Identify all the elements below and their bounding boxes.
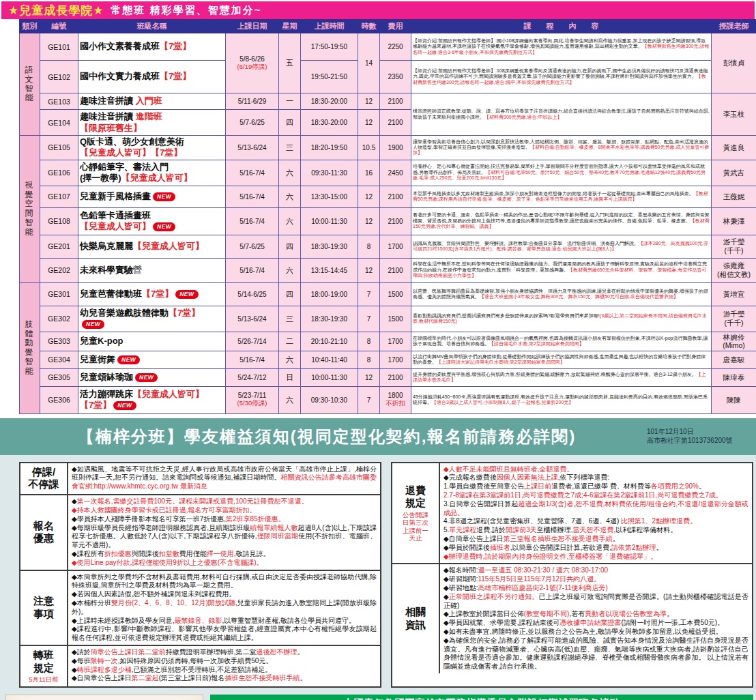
banner-subtitle: 常態班 精彩學習、智慧加分~ xyxy=(111,4,261,17)
category-cell: 視覺空間智能 xyxy=(20,136,40,283)
notice-label: 報名 優惠 xyxy=(20,495,68,569)
locations-title: 中國青年救國團高雄市團務指導委員會附設短期補習班各據點 xyxy=(210,695,753,700)
class-row: GE106心靜鉛筆字、書法入門 (擇一教學)【兒童成人皆可】5/16-7/4六0… xyxy=(20,160,756,186)
teacher-cell: 李玉枝 xyxy=(712,93,756,136)
notices-section: 停課/ 不停課◆如遇颱風、地震等不可抗拒之天災,經人事行政局或高雄市政府公佈當天… xyxy=(0,455,756,693)
teacher-cell: 唐嘉駿 xyxy=(712,351,756,368)
hours-cell: 12 xyxy=(358,110,380,136)
branch-locations: 中國青年救國團高雄市團務指導委員會附設短期補習班各據點 中國青年救國團高雄市團務… xyxy=(210,695,753,700)
class-id-cell: GE108 xyxy=(40,207,78,235)
hours-cell: 12 xyxy=(358,258,380,282)
notice-bullet: ◆請於簡章公告上課日第二堂前持繳費證明單辦理轉班,第二堂過後恕不辦理。 xyxy=(72,648,377,657)
class-name-cell: 國小作文素養養成班【7堂】 xyxy=(78,33,226,61)
class-row: 語文智能GE101國小作文素養養成班【7堂】5/8-6/26(6/19停課)五1… xyxy=(20,33,756,61)
class-name-cell: 兒童新手風格插畫NEW xyxy=(78,186,226,207)
date-cell: 5/14-6/25 xyxy=(226,282,279,306)
notice-bullet: ◆使用Line pay付款,課程僅能使用9折以上之優惠(不含電腦課)。 xyxy=(72,559,377,568)
class-name-cell: 兒童街舞NEW xyxy=(78,351,226,368)
weekday-cell: 一 xyxy=(279,93,301,110)
notice-section: 報名 優惠◆第一次報名,需繳交註冊費100元。課程未開課或退費,100元註冊費恕… xyxy=(20,494,380,569)
class-id-cell: GE306 xyxy=(40,386,78,413)
notice-section: 退費 規定公告開課 日第三次 上課前一 天止◆人數不足未能開班且無轉班者,全額退… xyxy=(392,463,752,564)
time-cell: 18:20-19:50 xyxy=(301,136,358,160)
class-id-cell: GE201 xyxy=(40,235,78,258)
notice-bullet: 2.7-8堂課在第3堂課前1日,尚可退費繳費之7成;4-6堂課在第2堂課前1日,… xyxy=(444,491,748,500)
hours-cell: 8 xyxy=(358,235,380,258)
time-cell: 10:00-11:30 xyxy=(301,207,358,235)
hours-cell: 8 xyxy=(358,351,380,368)
teacher-cell: 游千瑩 (千千) xyxy=(712,306,756,332)
course-content-cell: 喜歡動動跳跳的寶貝們,想嘗試讓寶貝們有多些肢體伸展的探索嗎?歡迎帶寶貝們來參加喔… xyxy=(411,306,712,332)
hours-cell: 12 xyxy=(358,207,380,235)
course-content-cell: 在韓國標準的時代,小朋友可以跟著偶像曲風唱跳合一的氣氛裡面,也因為接觸資訊讓小朋… xyxy=(411,332,712,351)
class-id-cell: GE302 xyxy=(40,306,78,332)
weekday-cell: 日 xyxy=(279,368,301,386)
course-content-cell: 本堂新手風格插畫以多元媒材繪製主題插畫,加深小朋友對繪畫過程想像力的開發,陪著孩… xyxy=(411,186,712,207)
notice-bullet: ◆研習地點:高雄市楠梓區慶昌街2-1號(7-11便利商店旁) xyxy=(444,584,748,593)
time-cell: 09:30-10:30 xyxy=(301,386,358,413)
class-row: 肢體動覺智能GE301兒童芭蕾律動班【7堂】NEW5/14-6/25四18:00… xyxy=(20,282,756,306)
column-header: 課 程 內 容 xyxy=(411,20,712,33)
column-header: 類別 xyxy=(20,20,40,33)
notice-bullet: ◆研習期間:115年5月5日至115年7月12日共約八週。 xyxy=(444,575,748,584)
notice-bullet: 1.學員自繳費後至簡章公告上課日前退費者,退還已繳學 費、材料費等各項費用之90… xyxy=(444,482,748,491)
table-header-row: 類別編號班級名稱上課日期星期上課時間時數費用課 程 內 容授課老師 xyxy=(20,20,756,33)
hours-cell: 10.5 xyxy=(358,136,380,160)
column-header: 上課日期 xyxy=(226,20,279,33)
weekday-cell: 六 xyxy=(279,386,301,413)
weekday-cell: 三 xyxy=(279,136,301,160)
notice-panel-left: 停課/ 不停課◆如遇颱風、地震等不可抗拒之天災,經人事行政局或高雄市政府公佈當天… xyxy=(19,462,381,688)
class-schedule-table: 類別編號班級名稱上課日期星期上課時間時數費用課 程 內 容授課老師 語文智能GE… xyxy=(19,19,756,414)
teacher-cell: 陳瑋泰 xyxy=(712,368,756,386)
class-name-cell: 快樂烏克麗麗【兒童成人皆可】 xyxy=(78,235,226,258)
course-content-cell: 45分鐘能消耗450~800卡,高強度彈跳有氧運動課程,有效提升孩子注意力,運動… xyxy=(411,386,712,413)
date-cell: 5/16-7/4 xyxy=(226,207,279,235)
date-cell: 5/7-6/25 xyxy=(226,110,279,136)
class-row: GE103趣味注音拼讀 入門班5/11-6/29一18:30-20:001221… xyxy=(20,93,756,110)
course-content-cell: 【師資介紹:前國語日報作文指導老師】:108課綱重視素養導向及溝通表達的能力,在… xyxy=(411,61,712,93)
column-header: 費用 xyxy=(380,20,411,33)
date-note: (5/30停課) xyxy=(227,399,277,408)
fee-cell: 2100 xyxy=(380,186,411,207)
class-row: GE304兒童街舞NEW5/16-7/4六10:40-11:4081700以流行… xyxy=(20,351,756,368)
fee-cell: 1700 xyxy=(380,351,411,368)
column-header: 星期 xyxy=(279,20,301,33)
class-id-cell: GE303 xyxy=(40,332,78,351)
notice-label: 注意 事項 xyxy=(20,571,68,645)
hours-cell: 7 xyxy=(358,282,380,306)
fee-cell: 1700 xyxy=(380,332,411,351)
course-content-cell: 看著許多可愛的卡通、漫畫、色鉛筆插畫⋯精美的作品,是否心動呢?不限年齡與基礎,從… xyxy=(411,207,712,235)
fee-cell: 2100 xyxy=(380,93,411,110)
new-badge: NEW xyxy=(82,320,104,329)
class-name-cell: 兒童K-pop xyxy=(78,332,226,351)
class-row: GE102國中作文實力養成班【7堂】19:50-21:502350【師資介紹:前… xyxy=(20,61,756,93)
fee-cell: 1800不折扣 xyxy=(380,386,411,413)
new-badge: NEW xyxy=(153,222,175,231)
notice-bullet: ◆報名時間:週一至週五 08:30-21:30 / 週六 08:30-17:00 xyxy=(444,566,748,575)
notice-section: 轉班 規定5月11日前◆請於簡章公告上課日第二堂前持繳費證明單辦理轉班,第二堂過… xyxy=(20,645,380,686)
course-content-cell: 構音證照師資正統教學,從聽、說、讀、寫各方位培養孩子注音拼讀能力,結合直接拼讀法… xyxy=(411,93,712,136)
weekday-cell: 四 xyxy=(279,110,301,136)
time-cell: 18:30-19:30 xyxy=(301,306,358,332)
weekday-cell: 六 xyxy=(279,207,301,235)
class-row: 視覺空間智能GE105Q版卡通、萌少女創意美術 【兒童成人皆可】【7堂】5/13… xyxy=(20,136,756,160)
weekday-cell: 二 xyxy=(279,332,301,351)
date-cell: 5/16-7/4 xyxy=(226,186,279,207)
fee-cell: 2100 xyxy=(380,110,411,136)
notice-bullet: ◆學員因就業、求學需要,課程結束後可憑收據申請結業證書(請附一吋照片一張,工本費… xyxy=(444,619,748,628)
weekday-cell: 六 xyxy=(279,258,301,282)
notice-bullet: ◆課程進行中,影響/中斷教師課程、影響其他學友學習權益者,經查證屬實,本中心有權… xyxy=(72,625,377,643)
notice-body: ◆本簡章所列之學費均不含材料及書籍費用,材料可自行採購,或自由決定是否委由授課老… xyxy=(68,571,380,645)
time-cell: 09:30-11:30 xyxy=(301,160,358,186)
notice-bullet: ◆人數不足未能開班且無轉班者,全額退費。 xyxy=(444,465,748,474)
rights-banner: 【楠梓分班】學友權益須知(視同定型化契約,報名前請務必詳閱) 101年12月10… xyxy=(0,418,756,455)
time-cell: 19:50-21:50 xyxy=(301,61,358,93)
class-name-cell: 國中作文實力養成班【7堂】 xyxy=(78,61,226,93)
column-header: 班級名稱 xyxy=(78,20,226,33)
date-cell: 5/23-7/11(5/30停課) xyxy=(226,386,279,413)
notice-bullet: ◆學員於開課後插班者,以簡章公告開課日計算,若欲退費,請依第2點辦理。 xyxy=(444,544,748,553)
notice-label: 轉班 規定5月11日前 xyxy=(20,646,68,686)
class-id-cell: GE107 xyxy=(40,186,78,207)
fee-cell: 2450 xyxy=(380,160,411,186)
website-link[interactable]: http://www.khmtc.cyc.org.tw 最新消息 xyxy=(94,482,207,490)
